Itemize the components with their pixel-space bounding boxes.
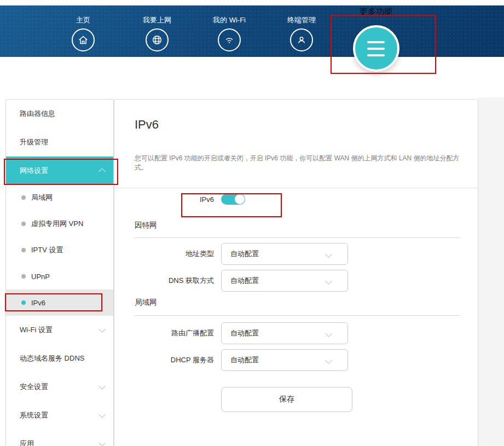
sidebar-item-security[interactable]: 安全设置 <box>6 373 113 401</box>
chevron-down-icon <box>99 326 106 333</box>
nav-label-home: 主页 <box>76 15 90 25</box>
sidebar-item-label: 应用 <box>20 439 34 446</box>
nav-label-more-functions: 更多功能 <box>360 7 392 18</box>
form-row-address-type: 地址类型 自动配置 <box>135 243 348 265</box>
globe-icon <box>146 28 169 51</box>
field-label: DNS 获取方式 <box>135 276 214 286</box>
sidebar-item-label: Wi-Fi 设置 <box>20 325 53 335</box>
page-description: 您可以配置 IPv6 功能的开启或者关闭，开启 IPv6 功能，你可以配置 WA… <box>135 154 463 172</box>
sidebar-item-label: 网络设置 <box>20 166 48 176</box>
nav-item-my-wifi[interactable]: 我的 Wi-Fi <box>196 5 262 51</box>
bullet-icon <box>21 195 26 200</box>
nav-item-home[interactable]: 主页 <box>50 5 116 51</box>
form-row-dhcp-server: DHCP 服务器 自动配置 <box>135 349 348 371</box>
home-icon <box>72 28 95 51</box>
chevron-down-icon <box>99 383 106 390</box>
router-admin-page: 主页 我要上网 我的 Wi-Fi <box>0 0 504 446</box>
field-label: 路由广播配置 <box>135 328 214 338</box>
panel-header: IPv6 您可以配置 IPv6 功能的开启或者关闭，开启 IPv6 功能，你可以… <box>114 100 478 188</box>
dhcp-server-select[interactable]: 自动配置 <box>221 349 348 371</box>
wifi-icon <box>218 28 241 51</box>
sidebar-item-network-settings[interactable]: 网络设置 <box>6 157 113 184</box>
sidebar-item-label: 安全设置 <box>20 382 48 392</box>
sidebar-item-label: 升级管理 <box>20 137 48 147</box>
sidebar-item-vpn[interactable]: 虚拟专用网 VPN <box>6 211 113 237</box>
sidebar-item-upgrade[interactable]: 升级管理 <box>6 128 113 157</box>
sidebar-item-label: 虚拟专用网 VPN <box>31 219 83 229</box>
field-label: DHCP 服务器 <box>135 355 214 365</box>
ipv6-toggle[interactable] <box>221 194 245 205</box>
ipv6-toggle-row: IPv6 <box>135 188 245 210</box>
chevron-down-icon <box>325 357 332 364</box>
sidebar-item-label: 路由器信息 <box>20 109 55 119</box>
sidebar-item-label: 动态域名服务 DDNS <box>20 354 84 363</box>
nav-item-more-functions[interactable]: 更多功能 <box>343 0 409 72</box>
sidebar-item-system[interactable]: 系统设置 <box>6 401 113 430</box>
select-value: 自动配置 <box>230 328 259 338</box>
sidebar-item-ipv6[interactable]: IPv6 <box>6 289 113 316</box>
menu-icon[interactable] <box>353 25 399 72</box>
chevron-down-icon <box>325 330 332 337</box>
nav-label-my-wifi: 我的 Wi-Fi <box>213 15 246 25</box>
sidebar-item-ddns[interactable]: 动态域名服务 DDNS <box>6 344 113 373</box>
sidebar-item-router-info[interactable]: 路由器信息 <box>6 100 113 128</box>
nav-item-devices[interactable]: 终端管理 <box>269 5 334 51</box>
address-type-select[interactable]: 自动配置 <box>221 243 348 265</box>
settings-sidebar: 路由器信息 升级管理 网络设置 局域网 虚拟专用网 VPN IPTV 设置 UP… <box>5 99 114 446</box>
select-value: 自动配置 <box>230 249 259 259</box>
section-divider <box>135 315 460 316</box>
section-title-internet: 因特网 <box>135 221 157 230</box>
page-gutter <box>478 97 504 446</box>
bullet-icon <box>21 222 26 226</box>
form-row-dns-mode: DNS 获取方式 自动配置 <box>135 270 348 292</box>
save-button[interactable]: 保存 <box>221 387 352 412</box>
select-value: 自动配置 <box>230 355 259 365</box>
chevron-down-icon <box>99 411 106 418</box>
chevron-up-icon <box>99 168 106 175</box>
sidebar-item-lan[interactable]: 局域网 <box>6 184 113 211</box>
select-value: 自动配置 <box>230 276 259 286</box>
bullet-icon <box>21 300 26 305</box>
sidebar-item-label: UPnP <box>31 273 50 281</box>
field-label: 地址类型 <box>135 249 214 259</box>
sidebar-item-wifi-settings[interactable]: Wi-Fi 设置 <box>6 316 113 344</box>
chevron-down-icon <box>325 277 332 285</box>
ipv6-toggle-label: IPv6 <box>135 195 214 204</box>
chevron-down-icon <box>99 439 106 446</box>
sidebar-item-apps[interactable]: 应用 <box>6 430 113 446</box>
nav-label-internet: 我要上网 <box>143 15 171 25</box>
user-icon <box>290 28 313 51</box>
sidebar-item-label: IPTV 设置 <box>31 245 63 255</box>
sidebar-item-label: 局域网 <box>31 193 53 202</box>
page-title: IPv6 <box>135 118 159 132</box>
bullet-icon <box>21 274 26 279</box>
router-advert-select[interactable]: 自动配置 <box>221 322 348 344</box>
section-divider <box>135 238 460 238</box>
sidebar-item-upnp[interactable]: UPnP <box>6 263 113 289</box>
sidebar-item-label: IPv6 <box>31 299 45 307</box>
section-title-lan: 局域网 <box>135 298 157 308</box>
nav-label-devices: 终端管理 <box>287 15 316 25</box>
chevron-down-icon <box>325 251 332 258</box>
form-row-router-advert: 路由广播配置 自动配置 <box>135 322 348 344</box>
bullet-icon <box>21 248 26 252</box>
ipv6-settings-panel: IPv6 您可以配置 IPv6 功能的开启或者关闭，开启 IPv6 功能，你可以… <box>114 99 478 446</box>
sidebar-item-iptv[interactable]: IPTV 设置 <box>6 237 113 263</box>
dns-mode-select[interactable]: 自动配置 <box>221 270 348 292</box>
toggle-knob <box>235 194 245 204</box>
top-nav-banner: 主页 我要上网 我的 Wi-Fi <box>0 5 504 57</box>
nav-item-internet[interactable]: 我要上网 <box>124 5 190 51</box>
sidebar-item-label: 系统设置 <box>20 410 48 420</box>
